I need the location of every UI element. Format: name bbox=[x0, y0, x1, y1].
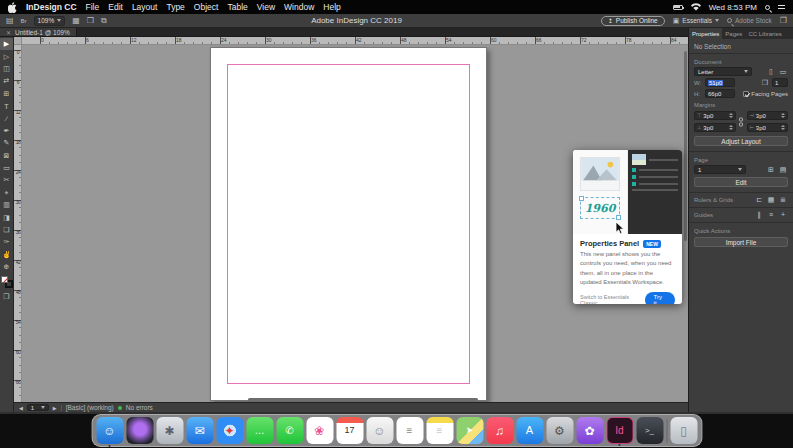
dock-separator[interactable] bbox=[666, 419, 667, 443]
add-page-icon[interactable]: ⊞ bbox=[766, 166, 776, 173]
apple-menu-icon[interactable] bbox=[8, 2, 17, 13]
document-page[interactable] bbox=[210, 47, 487, 401]
dock-contacts[interactable]: ☺ bbox=[366, 417, 393, 444]
bridge-icon[interactable]: Br bbox=[21, 18, 27, 24]
gradient-swatch-tool[interactable]: ▥ bbox=[0, 199, 13, 211]
ruler-toggle-icon[interactable]: ⊏ bbox=[754, 196, 764, 203]
type-tool[interactable]: T bbox=[0, 100, 13, 112]
pen-tool[interactable]: ✒ bbox=[0, 125, 13, 137]
add-guide-icon[interactable]: + bbox=[778, 211, 788, 218]
portrait-orientation-icon[interactable]: ▯ bbox=[766, 68, 776, 75]
edit-page-button[interactable]: Edit bbox=[694, 177, 788, 187]
spotlight-icon[interactable] bbox=[765, 5, 770, 10]
menu-item[interactable]: InDesign CC bbox=[26, 2, 77, 12]
current-page-select[interactable]: 1 bbox=[694, 165, 746, 174]
menu-item[interactable]: Type bbox=[166, 2, 184, 12]
dock-safari[interactable]: ✦ bbox=[216, 417, 243, 444]
dock-siri[interactable] bbox=[126, 417, 153, 444]
dock-app-store[interactable]: A bbox=[516, 417, 543, 444]
import-file-button[interactable]: Import File bbox=[694, 237, 788, 247]
menu-item[interactable]: File bbox=[86, 2, 100, 12]
dock-maps[interactable]: ➤ bbox=[456, 417, 483, 444]
row-guides-icon[interactable]: ≡ bbox=[766, 211, 776, 218]
scissors-tool[interactable]: ✂ bbox=[0, 174, 13, 186]
note-tool[interactable]: ❏ bbox=[0, 224, 13, 236]
try-it-button[interactable]: Try it bbox=[645, 292, 675, 304]
dock-mail[interactable]: ✉ bbox=[186, 417, 213, 444]
dock-notes[interactable]: ≡ bbox=[426, 417, 453, 444]
screen-mode-icon[interactable]: ❒ bbox=[87, 17, 94, 25]
previous-page-button[interactable]: ◀ bbox=[19, 405, 23, 411]
tab-cc-libraries[interactable]: CC Libraries bbox=[745, 28, 784, 39]
tab-pages[interactable]: Pages bbox=[722, 28, 745, 39]
stepper[interactable] bbox=[781, 113, 785, 118]
stepper[interactable] bbox=[729, 113, 733, 118]
margin-right-field[interactable]: ⊢ 3p0 bbox=[747, 123, 789, 132]
next-page-button[interactable]: ▶ bbox=[53, 405, 57, 411]
dock-messages[interactable]: … bbox=[246, 417, 273, 444]
horizontal-ruler[interactable]: 0612182430364248546066727884 bbox=[22, 37, 688, 45]
page-number-select[interactable]: 1 bbox=[27, 404, 49, 411]
direct-selection-tool[interactable]: ▷ bbox=[0, 50, 13, 62]
dock-flower-app[interactable]: ✿ bbox=[576, 417, 603, 444]
adjust-layout-button[interactable]: Adjust Layout bbox=[694, 136, 788, 146]
width-field[interactable]: 51p0 bbox=[705, 78, 735, 87]
screen-mode-button[interactable]: ❒ bbox=[0, 290, 13, 302]
hand-tool[interactable]: ✌ bbox=[0, 249, 13, 261]
margin-bottom-field[interactable]: ⊥ 3p0 bbox=[694, 123, 736, 132]
menu-item[interactable]: Window bbox=[284, 2, 314, 12]
arrange-documents-icon[interactable]: ⧉ bbox=[101, 17, 107, 25]
document-grid-icon[interactable]: ▦ bbox=[766, 196, 776, 203]
tab-close-icon[interactable]: ✕ bbox=[6, 29, 11, 36]
preflight-profile[interactable]: [Basic] (working) bbox=[66, 404, 114, 411]
stepper[interactable] bbox=[781, 125, 785, 130]
preflight-status[interactable]: No errors bbox=[126, 404, 153, 411]
fill-swatch[interactable] bbox=[1, 276, 8, 283]
horizontal-scrollbar[interactable] bbox=[248, 398, 478, 401]
view-stack-icon[interactable]: ▤ bbox=[6, 17, 14, 25]
switch-to-classic-link[interactable]: Switch to Essentials Classic bbox=[580, 294, 645, 304]
dock-finder[interactable]: ☺ bbox=[96, 417, 123, 444]
zoom-level-select[interactable]: 109% bbox=[34, 16, 66, 26]
menu-item[interactable]: View bbox=[257, 2, 275, 12]
dock-music[interactable]: ♫ bbox=[486, 417, 513, 444]
dock-trash[interactable]: ▯ bbox=[670, 417, 697, 444]
panel-toggle-icon[interactable]: ❐ bbox=[780, 17, 787, 25]
menu-item[interactable]: Help bbox=[323, 2, 340, 12]
rectangle-tool[interactable]: ▭ bbox=[0, 162, 13, 174]
dock-launchpad[interactable]: ✱ bbox=[156, 417, 183, 444]
margin-left-field[interactable]: ⊣ 3p0 bbox=[747, 111, 789, 120]
line-tool[interactable]: ∕ bbox=[0, 112, 13, 124]
gradient-feather-tool[interactable]: ◨ bbox=[0, 211, 13, 223]
vertical-ruler[interactable]: 0612182430364248546066 bbox=[14, 45, 22, 402]
pages-count-field[interactable]: 1 bbox=[772, 78, 788, 87]
tab-properties[interactable]: Properties bbox=[689, 28, 722, 39]
menu-clock[interactable]: Wed 8:53 PM bbox=[709, 3, 757, 12]
column-guides-icon[interactable]: ∥ bbox=[754, 211, 764, 218]
stepper[interactable] bbox=[729, 125, 733, 130]
dock-indesign[interactable]: Id bbox=[606, 417, 633, 444]
pencil-tool[interactable]: ✎ bbox=[0, 137, 13, 149]
content-collector-tool[interactable]: ⊞ bbox=[0, 88, 13, 100]
menu-item[interactable]: Edit bbox=[108, 2, 123, 12]
menu-item[interactable]: Object bbox=[194, 2, 219, 12]
dock-calendar[interactable]: 17 bbox=[336, 417, 363, 444]
notification-center-icon[interactable] bbox=[778, 4, 785, 11]
page-size-select[interactable]: Letter bbox=[694, 67, 752, 76]
battery-icon[interactable] bbox=[673, 5, 683, 10]
document-tab[interactable]: ✕ Untitled-1 @ 109% bbox=[0, 28, 77, 36]
dock-system-preferences[interactable]: ⚙ bbox=[546, 417, 573, 444]
wifi-icon[interactable] bbox=[691, 3, 701, 11]
page-tool[interactable]: ◫ bbox=[0, 63, 13, 75]
free-transform-tool[interactable]: ⌖ bbox=[0, 187, 13, 199]
facing-pages-checkbox[interactable] bbox=[743, 91, 749, 97]
dock-terminal[interactable]: >_ bbox=[636, 417, 663, 444]
adobe-stock-search[interactable]: Adobe Stock bbox=[727, 17, 772, 24]
vertical-scrollbar[interactable] bbox=[684, 51, 687, 241]
view-options-icon[interactable]: ▦ bbox=[72, 17, 80, 25]
link-margins-icon[interactable] bbox=[739, 117, 743, 126]
height-field[interactable]: 66p0 bbox=[705, 89, 735, 98]
workspace-switcher[interactable]: ▣ Essentials bbox=[673, 17, 719, 25]
publish-online-button[interactable]: ↥ Publish Online bbox=[601, 16, 665, 26]
dock-facetime[interactable]: ✆ bbox=[276, 417, 303, 444]
